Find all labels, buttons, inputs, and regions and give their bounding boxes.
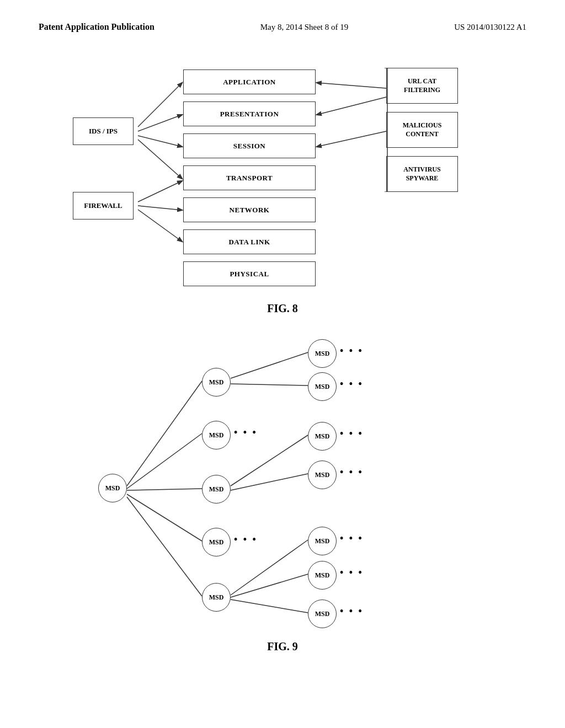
msd-l3-3-1: MSD xyxy=(308,422,337,451)
svg-line-16 xyxy=(127,494,202,541)
dots-l3-5-2: • • • xyxy=(340,567,364,579)
svg-line-19 xyxy=(231,384,308,386)
url-cat-box: URL CAT FILTERING xyxy=(386,68,458,104)
dots-l2-2: • • • xyxy=(234,427,258,438)
malicious-content-box: MALICIOUS CONTENT xyxy=(386,112,458,148)
antivirus-box: ANTIVIRUS SPYWARE xyxy=(386,156,458,192)
msd-l3-1-1: MSD xyxy=(308,339,337,368)
svg-line-17 xyxy=(127,497,202,596)
svg-line-7 xyxy=(317,83,386,88)
firewall-box: FIREWALL xyxy=(73,192,134,220)
svg-line-23 xyxy=(231,574,308,597)
layer-network: NETWORK xyxy=(183,197,316,222)
dots-l3-1-1: • • • xyxy=(340,345,364,357)
svg-line-3 xyxy=(138,140,182,179)
msd-l2-2: MSD xyxy=(202,421,231,449)
dots-l3-1-2: • • • xyxy=(340,378,364,390)
fig9-diagram: MSD MSD MSD MSD MSD MSD • • • • • • MSD … xyxy=(45,326,520,657)
msd-l3-5-3: MSD xyxy=(308,599,337,628)
svg-line-18 xyxy=(231,352,308,378)
patent-number: US 2014/0130122 A1 xyxy=(454,23,526,32)
svg-line-1 xyxy=(138,115,182,131)
dots-l3-5-3: • • • xyxy=(340,606,364,617)
svg-line-24 xyxy=(231,599,308,613)
svg-line-14 xyxy=(127,433,202,489)
msd-l3-5-1: MSD xyxy=(308,527,337,555)
msd-l2-1: MSD xyxy=(202,368,231,397)
layer-physical: PHYSICAL xyxy=(183,261,316,286)
dots-l3-3-1: • • • xyxy=(340,428,364,440)
fig8-diagram: APPLICATION PRESENTATION SESSION TRANSPO… xyxy=(45,60,520,297)
svg-line-8 xyxy=(317,97,386,115)
msd-root: MSD xyxy=(98,474,127,502)
layer-datalink: DATA LINK xyxy=(183,229,316,254)
svg-line-9 xyxy=(317,131,386,147)
msd-l2-3: MSD xyxy=(202,475,231,504)
msd-l2-4: MSD xyxy=(202,528,231,556)
svg-line-6 xyxy=(138,210,182,242)
svg-line-5 xyxy=(138,206,182,210)
svg-line-4 xyxy=(138,181,182,202)
svg-line-2 xyxy=(138,136,182,147)
dots-l3-5-1: • • • xyxy=(340,533,364,544)
page-header: Patent Application Publication May 8, 20… xyxy=(0,0,565,43)
publication-title: Patent Application Publication xyxy=(39,22,154,32)
dots-l2-4: • • • xyxy=(234,534,258,545)
layer-presentation: PRESENTATION xyxy=(183,101,316,126)
layer-transport: TRANSPORT xyxy=(183,165,316,190)
layer-application: APPLICATION xyxy=(183,69,316,94)
svg-line-13 xyxy=(127,381,202,486)
sheet-info: May 8, 2014 Sheet 8 of 19 xyxy=(260,23,349,32)
msd-l2-5: MSD xyxy=(202,583,231,612)
fig8-label: FIG. 8 xyxy=(0,302,565,315)
ids-ips-box: IDS / IPS xyxy=(73,117,134,145)
dots-l3-3-2: • • • xyxy=(340,467,364,478)
msd-l3-1-2: MSD xyxy=(308,372,337,401)
msd-l3-5-2: MSD xyxy=(308,561,337,590)
right-bracket xyxy=(385,68,390,192)
msd-l3-3-2: MSD xyxy=(308,461,337,489)
svg-line-20 xyxy=(231,435,308,486)
svg-line-0 xyxy=(138,83,182,127)
svg-line-22 xyxy=(231,540,308,595)
svg-line-15 xyxy=(127,489,202,490)
svg-line-21 xyxy=(231,474,308,490)
layer-session: SESSION xyxy=(183,133,316,158)
